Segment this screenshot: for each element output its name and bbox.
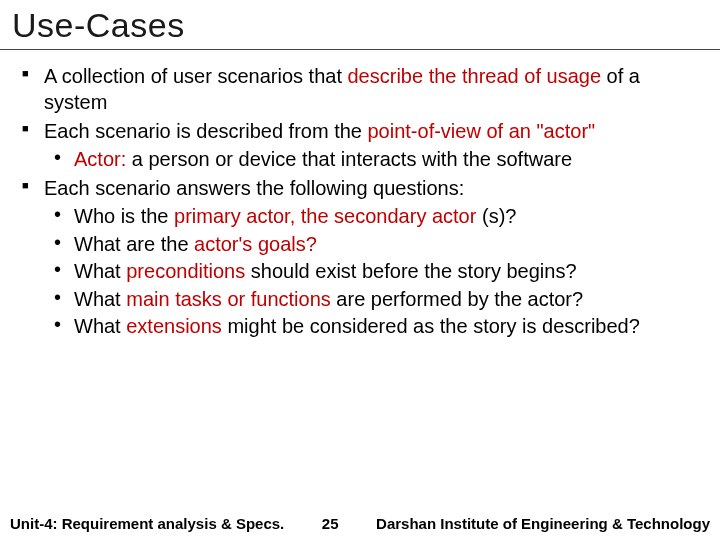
bullet-level2: Who is the primary actor, the secondary … [44,204,692,230]
text-run: What [74,260,126,282]
text-run: (s)? [482,205,516,227]
text-run: might be considered as the story is desc… [227,315,639,337]
text-run: are performed by the actor? [336,288,583,310]
text-run: should exist before the story begins? [251,260,577,282]
bullet-level2: What preconditions should exist before t… [44,259,692,285]
text-highlight: extensions [126,315,227,337]
text-run: Each scenario answers the following ques… [44,177,464,199]
slide-title: Use-Cases [0,0,720,50]
text-run: What [74,315,126,337]
bullet-level1: A collection of user scenarios that desc… [20,64,692,115]
bullet-list: A collection of user scenarios that desc… [20,64,692,340]
slide: Use-Cases A collection of user scenarios… [0,0,720,540]
text-run: A collection of user scenarios that [44,65,348,87]
bullet-level1: Each scenario is described from the poin… [20,119,692,172]
text-highlight: Actor: [74,148,132,170]
text-run: that interacts with the software [302,148,572,170]
text-run: a person or device [132,148,302,170]
text-highlight: preconditions [126,260,251,282]
sub-bullet-list: Who is the primary actor, the secondary … [44,204,692,340]
text-highlight: point-of-view of an "actor" [368,120,596,142]
bullet-level2: What main tasks or functions are perform… [44,287,692,313]
bullet-level2: What are the actor's goals? [44,232,692,258]
footer-left: Unit-4: Requirement analysis & Specs. [10,515,284,532]
bullet-level2: What extensions might be considered as t… [44,314,692,340]
text-highlight: primary actor, the secondary actor [174,205,482,227]
bullet-level2: Actor: a person or device that interacts… [44,147,692,173]
footer-page-number: 25 [308,515,353,532]
bullet-level1: Each scenario answers the following ques… [20,176,692,340]
slide-content: A collection of user scenarios that desc… [0,50,720,340]
text-highlight: main tasks or functions [126,288,336,310]
text-run: Each scenario is described from the [44,120,368,142]
slide-footer: Unit-4: Requirement analysis & Specs. 25… [0,515,720,532]
text-run: What [74,288,126,310]
text-run: Who is the [74,205,174,227]
text-highlight: describe the thread of usage [348,65,607,87]
text-run: What are the [74,233,194,255]
sub-bullet-list: Actor: a person or device that interacts… [44,147,692,173]
text-highlight: actor's goals? [194,233,317,255]
footer-right: Darshan Institute of Engineering & Techn… [376,515,710,532]
